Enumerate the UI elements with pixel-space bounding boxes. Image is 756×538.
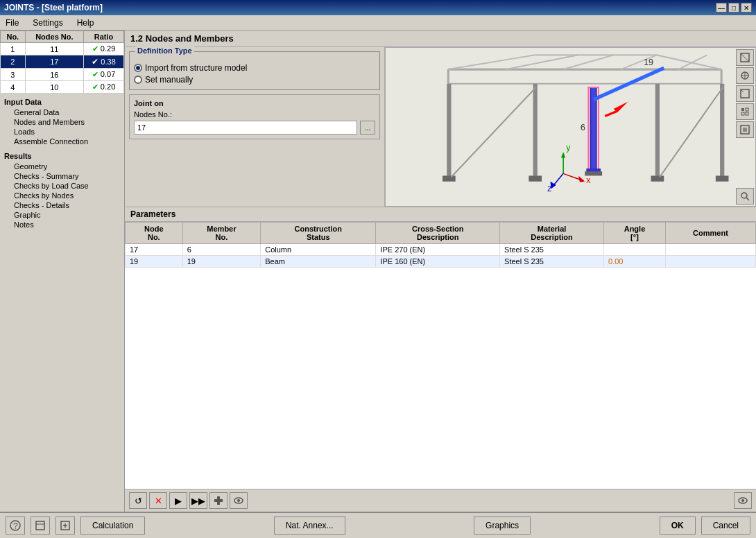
sidebar-item-nodes-members[interactable]: Nodes and Members xyxy=(3,117,121,127)
eye-right-button[interactable] xyxy=(734,492,752,509)
browse-button[interactable]: ... xyxy=(360,121,375,134)
menu-file[interactable]: File xyxy=(3,17,22,29)
th-material: MaterialDescription xyxy=(500,223,604,244)
svg-rect-63 xyxy=(36,521,44,530)
view-btn-4[interactable] xyxy=(736,103,754,120)
cell-node-no: 17 xyxy=(126,244,183,256)
th-comment: Comment xyxy=(665,223,755,244)
toolbar-buttons: ↺ ✕ ▶ ▶▶ xyxy=(129,492,248,509)
svg-line-54 xyxy=(746,198,749,200)
definition-type-label: Definition Type xyxy=(135,46,194,55)
table-row[interactable]: 2 17 ✔ 0.38 xyxy=(1,55,124,69)
main-layout: No. Nodes No. Ratio 1 11 ✔ 0.29 2 17 ✔ 0… xyxy=(0,31,756,512)
view-btn-3[interactable] xyxy=(736,85,754,102)
svg-text:x: x xyxy=(586,175,591,185)
form-panel: Definition Type Import from structure mo… xyxy=(125,47,385,207)
sidebar-item-checks-load-case[interactable]: Checks by Load Case xyxy=(3,181,121,191)
input-data-label: Input Data xyxy=(3,96,121,107)
radio-manual-btn[interactable] xyxy=(134,76,142,84)
menu-settings[interactable]: Settings xyxy=(30,17,65,29)
app-title: JOINTS - [Steel platform] xyxy=(4,3,103,12)
table-row[interactable]: 4 10 ✔ 0.20 xyxy=(1,81,124,94)
svg-rect-0 xyxy=(390,48,750,206)
svg-text:z: z xyxy=(547,184,551,193)
window-controls: — □ ✕ xyxy=(716,3,752,12)
th-construction: ConstructionStatus xyxy=(261,223,376,244)
cancel-button[interactable]: Cancel xyxy=(701,517,750,535)
col-nodes: Nodes No. xyxy=(25,31,83,43)
sidebar-item-general-data[interactable]: General Data xyxy=(3,107,121,117)
view-btn-5[interactable] xyxy=(736,121,754,138)
cell-node-no: 19 xyxy=(126,256,183,268)
skip-button[interactable]: ▶▶ xyxy=(189,492,207,509)
help-icon-3[interactable] xyxy=(55,517,75,535)
svg-point-60 xyxy=(741,499,744,502)
table-row[interactable]: 3 16 ✔ 0.07 xyxy=(1,69,124,81)
svg-rect-14 xyxy=(720,84,724,177)
param-row-1[interactable]: 17 6 Column IPE 270 (EN) Steel S 235 xyxy=(126,244,756,256)
graphics-button[interactable]: Graphics xyxy=(474,517,531,535)
joint-on-box: Joint on Nodes No.: ... xyxy=(129,94,380,139)
3d-viewport: 19 6 y x z xyxy=(385,47,756,207)
eye-button[interactable] xyxy=(230,492,248,509)
refresh-button[interactable]: ↺ xyxy=(129,492,147,509)
svg-rect-47 xyxy=(741,108,744,111)
sidebar-item-checks-summary[interactable]: Checks - Summary xyxy=(3,171,121,181)
radio-import-btn[interactable] xyxy=(134,64,142,72)
sidebar-item-checks-details[interactable]: Checks - Details xyxy=(3,200,121,210)
help-icon-1[interactable]: ? xyxy=(6,517,25,535)
svg-rect-17 xyxy=(651,175,664,181)
sidebar-item-assemble[interactable]: Assemble Connection xyxy=(3,137,121,146)
svg-point-53 xyxy=(741,193,747,198)
help-icon-2[interactable] xyxy=(31,517,50,535)
nodes-no-input[interactable] xyxy=(134,121,357,134)
view-btn-1[interactable] xyxy=(736,49,754,66)
sidebar-item-geometry[interactable]: Geometry xyxy=(3,162,121,171)
th-angle: Angle[°] xyxy=(604,223,666,244)
next-button[interactable]: ▶ xyxy=(169,492,187,509)
minimize-button[interactable]: — xyxy=(716,3,727,12)
maximize-button[interactable]: □ xyxy=(728,3,739,12)
nodes-input-row: ... xyxy=(134,121,375,134)
svg-rect-48 xyxy=(746,108,748,111)
param-row-2[interactable]: 19 19 Beam IPE 160 (EN) Steel S 235 0.00 xyxy=(126,256,756,268)
radio-import[interactable]: Import from structure model xyxy=(134,63,375,73)
svg-text:y: y xyxy=(566,143,571,153)
th-member-no: MemberNo. xyxy=(182,223,261,244)
svg-rect-13 xyxy=(655,84,660,177)
svg-text:19: 19 xyxy=(644,58,653,67)
svg-point-58 xyxy=(237,499,240,502)
cell-material: Steel S 235 xyxy=(500,244,604,256)
add-button[interactable] xyxy=(209,492,227,509)
section-header: 1.2 Nodes and Members xyxy=(125,31,756,47)
view-toolbar xyxy=(736,49,754,138)
close-button[interactable]: ✕ xyxy=(741,3,752,12)
parameters-header: Parameters xyxy=(125,207,756,222)
sidebar-item-notes[interactable]: Notes xyxy=(3,220,121,229)
svg-rect-19 xyxy=(529,175,542,181)
bottom-bar: ? Calculation Nat. Annex... Graphics OK … xyxy=(0,512,756,538)
radio-manual[interactable]: Set manually xyxy=(134,75,375,85)
parameters-table: NodeNo. MemberNo. ConstructionStatus Cro… xyxy=(125,222,756,268)
ok-button[interactable]: OK xyxy=(660,517,696,535)
sidebar-item-graphic[interactable]: Graphic xyxy=(3,210,121,220)
view-btn-2[interactable] xyxy=(736,67,754,84)
joint-on-label: Joint on xyxy=(134,99,375,107)
menu-bar: File Settings Help xyxy=(0,15,756,31)
sidebar-item-loads[interactable]: Loads xyxy=(3,127,121,137)
delete-button[interactable]: ✕ xyxy=(149,492,167,509)
menu-help[interactable]: Help xyxy=(74,17,97,29)
calculation-button[interactable]: Calculation xyxy=(80,517,145,535)
zoom-fit-button[interactable] xyxy=(736,188,754,205)
nat-annex-button[interactable]: Nat. Annex... xyxy=(274,517,345,535)
top-area: Definition Type Import from structure mo… xyxy=(125,47,756,207)
sidebar-item-checks-nodes[interactable]: Checks by Nodes xyxy=(3,191,121,200)
cell-construction: Beam xyxy=(261,256,376,268)
results-label: Results xyxy=(3,150,121,162)
radio-import-label: Import from structure model xyxy=(145,63,247,73)
cell-cross-section: IPE 270 (EN) xyxy=(376,244,500,256)
col-no: No. xyxy=(1,31,26,43)
table-row[interactable]: 1 11 ✔ 0.29 xyxy=(1,43,124,55)
svg-rect-16 xyxy=(443,175,456,181)
svg-rect-12 xyxy=(447,84,451,177)
